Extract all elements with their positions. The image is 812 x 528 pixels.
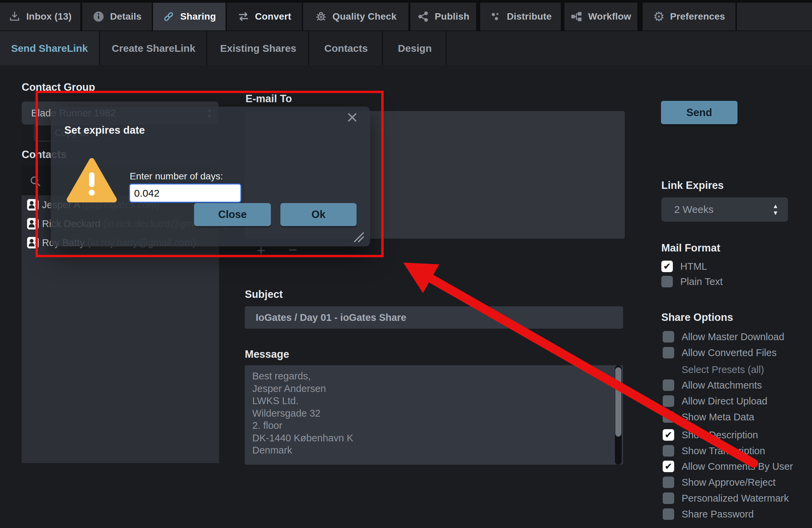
subtab-label: Contacts (324, 43, 368, 54)
subject-value: IoGates / Day 01 - ioGates Share (256, 312, 406, 323)
subtab-contacts[interactable]: Contacts (310, 31, 383, 65)
option-allow-converted-files[interactable]: ✔ Allow Converted Files (663, 347, 777, 358)
option-allow-master-download[interactable]: ✔ Allow Master Download (663, 331, 784, 342)
main-toolbar: Inbox (13) Details Sharing Convert Quali… (0, 0, 812, 31)
checkbox[interactable]: ✔ (663, 379, 674, 391)
message-line: Wildersgade 32 (252, 407, 623, 420)
scrollbar-thumb[interactable] (615, 367, 621, 437)
subject-label: Subject (245, 288, 283, 300)
checkbox-label: Plain Text (680, 276, 723, 287)
checkbox[interactable]: ✔ (663, 429, 674, 441)
bug-icon (315, 11, 327, 23)
tab-preferences[interactable]: ⚙ Preferences (643, 3, 736, 30)
app-window: Inbox (13) Details Sharing Convert Quali… (0, 0, 812, 528)
checkbox-label: Allow Direct Upload (682, 396, 767, 407)
option-personalized-watermark[interactable]: ✔ Personalized Watermark (663, 493, 789, 504)
gear-icon: ⚙ (653, 10, 665, 23)
subtab-create-sharelink[interactable]: Create ShareLink (101, 31, 207, 65)
link-expires-label: Link Expires (661, 179, 724, 192)
mail-format-label: Mail Format (661, 242, 720, 254)
share-icon (417, 11, 429, 23)
message-label: Message (245, 348, 289, 361)
toolbar-filler (737, 3, 812, 30)
subtab-existing-shares[interactable]: Existing Shares (208, 31, 309, 65)
mail-format-option-html[interactable]: ✔ HTML (661, 261, 707, 272)
subject-input[interactable]: IoGates / Day 01 - ioGates Share (245, 306, 623, 329)
tab-inbox[interactable]: Inbox (13) (0, 3, 80, 30)
checkbox[interactable]: ✔ (663, 461, 674, 472)
tab-label: Preferences (670, 11, 725, 22)
tab-label: Inbox (13) (26, 11, 71, 22)
download-icon (9, 11, 21, 23)
tab-details[interactable]: Details (82, 3, 152, 30)
checkbox-plain-text[interactable]: ✔ (661, 276, 673, 287)
checkbox[interactable]: ✔ (663, 508, 674, 520)
checkbox-label: HTML (680, 261, 707, 272)
checkbox-label: Allow Comments By User (682, 461, 793, 472)
checkbox-label: Show Meta Data (682, 412, 754, 423)
message-line: DK-1440 København K (252, 432, 623, 444)
tab-label: Quality Check (333, 11, 396, 22)
tab-label: Workflow (588, 11, 631, 22)
tab-label: Convert (255, 11, 291, 22)
tab-quality-check[interactable]: Quality Check (303, 3, 408, 30)
select-presets-label: Select Presets (all) (682, 364, 764, 375)
checkbox[interactable]: ✔ (663, 395, 674, 407)
message-line: LWKS Ltd. (252, 395, 623, 407)
annotation-highlight-rectangle (35, 91, 383, 257)
workflow-icon (570, 11, 583, 23)
subtab-design[interactable]: Design (384, 31, 447, 65)
convert-arrows-icon (237, 11, 249, 23)
message-line: 2. floor (252, 419, 623, 432)
send-button[interactable]: Send (661, 101, 738, 124)
option-show-meta-data[interactable]: ✔ Show Meta Data (663, 411, 754, 423)
checkbox-label: Personalized Watermark (682, 493, 789, 504)
checkbox[interactable]: ✔ (663, 411, 674, 423)
tab-label: Sharing (180, 11, 216, 22)
tab-sharing[interactable]: Sharing (153, 3, 226, 30)
checkbox[interactable]: ✔ (663, 331, 674, 342)
subtab-label: Existing Shares (220, 43, 296, 54)
info-icon (92, 11, 105, 23)
link-expires-select[interactable]: 2 Weeks ▲▼ (661, 197, 788, 222)
distribute-person-icon (489, 11, 502, 23)
tab-label: Distribute (507, 11, 552, 22)
tab-workflow[interactable]: Workflow (564, 3, 637, 30)
sharing-subnav: Send ShareLink Create ShareLink Existing… (0, 31, 812, 65)
checkbox[interactable]: ✔ (663, 493, 674, 504)
tab-label: Details (110, 11, 142, 22)
link-icon (162, 11, 175, 23)
subtab-label: Create ShareLink (112, 43, 195, 54)
option-select-presets[interactable]: Select Presets (all) (682, 364, 764, 375)
share-options-label: Share Options (661, 311, 733, 324)
option-allow-direct-upload[interactable]: ✔ Allow Direct Upload (663, 395, 767, 407)
tab-label: Publish (435, 11, 470, 22)
message-textarea[interactable]: Best regards, Jesper Andersen LWKS Ltd. … (245, 365, 623, 465)
option-show-description[interactable]: ✔ Show Description (663, 429, 758, 441)
tab-publish[interactable]: Publish (410, 3, 476, 30)
checkbox[interactable]: ✔ (663, 347, 674, 358)
select-stepper-icon: ▲▼ (772, 197, 779, 222)
checkbox-label: Allow Converted Files (682, 347, 777, 358)
mail-format-option-plain-text[interactable]: ✔ Plain Text (661, 276, 723, 287)
option-show-transcription[interactable]: ✔ Show Transcription (663, 445, 765, 457)
message-scrollbar[interactable] (615, 365, 622, 465)
tab-distribute[interactable]: Distribute (480, 3, 561, 30)
check-icon: ✔ (663, 262, 671, 271)
tab-convert[interactable]: Convert (227, 3, 302, 30)
checkbox-label: Show Approve/Reject (682, 477, 775, 488)
checkbox-html[interactable]: ✔ (661, 261, 673, 272)
message-line: Jesper Andersen (252, 382, 623, 395)
option-show-approve-reject[interactable]: ✔ Show Approve/Reject (663, 476, 775, 488)
checkbox[interactable]: ✔ (663, 476, 674, 488)
checkbox[interactable]: ✔ (663, 445, 674, 457)
option-allow-attachments[interactable]: ✔ Allow Attachments (663, 379, 762, 391)
link-expires-value: 2 Weeks (674, 204, 713, 215)
option-allow-comments-by-user[interactable]: ✔ Allow Comments By User (663, 461, 793, 472)
message-line: Best regards, (252, 370, 623, 382)
checkbox-label: Share Password (682, 509, 754, 520)
checkbox-label: Allow Attachments (682, 380, 762, 391)
subtab-send-sharelink[interactable]: Send ShareLink (0, 31, 100, 65)
subtab-label: Design (398, 43, 432, 54)
option-share-password[interactable]: ✔ Share Password (663, 508, 754, 520)
